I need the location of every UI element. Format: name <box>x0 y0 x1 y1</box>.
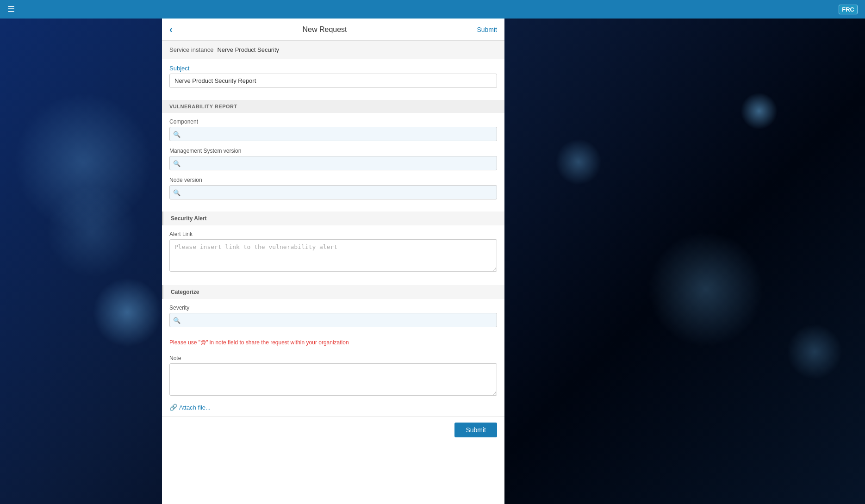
alert-link-input[interactable] <box>169 239 497 272</box>
node-field-group: Node version 🔍 <box>169 177 497 199</box>
user-badge: FRC <box>839 5 858 14</box>
severity-input[interactable] <box>169 313 497 327</box>
note-input[interactable] <box>169 363 497 396</box>
management-input[interactable] <box>169 156 497 170</box>
submit-button[interactable]: Submit <box>454 423 497 437</box>
alert-link-field-group: Alert Link <box>169 231 497 273</box>
management-label: Management System version <box>169 148 497 154</box>
categorize-subheader: Categorize <box>162 285 504 299</box>
back-button[interactable]: ‹ <box>169 24 173 35</box>
note-field-group: Note <box>169 355 497 397</box>
severity-search-icon: 🔍 <box>173 317 180 324</box>
component-search-wrap: 🔍 <box>169 127 497 141</box>
service-instance-row: Service instance Nerve Product Security <box>162 41 504 59</box>
hamburger-icon[interactable]: ☰ <box>7 4 15 14</box>
vulnerability-section-header: VULNERABILITY REPORT <box>162 100 504 113</box>
note-label: Note <box>169 355 497 361</box>
severity-field-group: Severity 🔍 <box>169 305 497 327</box>
vulnerability-section: Component 🔍 Management System version 🔍 … <box>162 113 504 212</box>
node-label: Node version <box>169 177 497 183</box>
attach-label: Attach file... <box>179 404 211 411</box>
form-body: Subject VULNERABILITY REPORT Component 🔍… <box>162 59 504 504</box>
paperclip-icon: 🔗 <box>169 404 177 411</box>
top-bar: ☰ FRC <box>0 0 865 19</box>
submit-header-link[interactable]: Submit <box>477 26 497 33</box>
service-label: Service instance <box>169 46 213 53</box>
main-panel: ‹ New Request Submit Service instance Ne… <box>162 19 504 504</box>
severity-label: Severity <box>169 305 497 311</box>
info-text: Please use "@" in note field to share th… <box>162 339 504 346</box>
note-section: Note 🔗 Attach file... <box>162 349 504 417</box>
subject-field-group: Subject <box>169 65 497 88</box>
management-search-wrap: 🔍 <box>169 156 497 170</box>
panel-header: ‹ New Request Submit <box>162 19 504 41</box>
attach-file-link[interactable]: 🔗 Attach file... <box>169 404 497 411</box>
security-alert-section: Alert Link <box>162 225 504 285</box>
bottom-actions: Submit <box>162 417 504 443</box>
node-input[interactable] <box>169 185 497 199</box>
component-label: Component <box>169 118 497 125</box>
node-search-wrap: 🔍 <box>169 185 497 199</box>
security-alert-subheader: Security Alert <box>162 212 504 225</box>
categorize-section: Severity 🔍 <box>162 299 504 339</box>
component-field-group: Component 🔍 <box>169 118 497 141</box>
page-title: New Request <box>303 25 347 34</box>
node-search-icon: 🔍 <box>173 189 180 196</box>
subject-section: Subject <box>162 59 504 100</box>
alert-link-label: Alert Link <box>169 231 497 237</box>
subject-input[interactable] <box>169 74 497 88</box>
component-input[interactable] <box>169 127 497 141</box>
management-search-icon: 🔍 <box>173 160 180 167</box>
severity-search-wrap: 🔍 <box>169 313 497 327</box>
subject-label: Subject <box>169 65 497 72</box>
component-search-icon: 🔍 <box>173 131 180 137</box>
service-value: Nerve Product Security <box>217 46 279 53</box>
management-field-group: Management System version 🔍 <box>169 148 497 170</box>
